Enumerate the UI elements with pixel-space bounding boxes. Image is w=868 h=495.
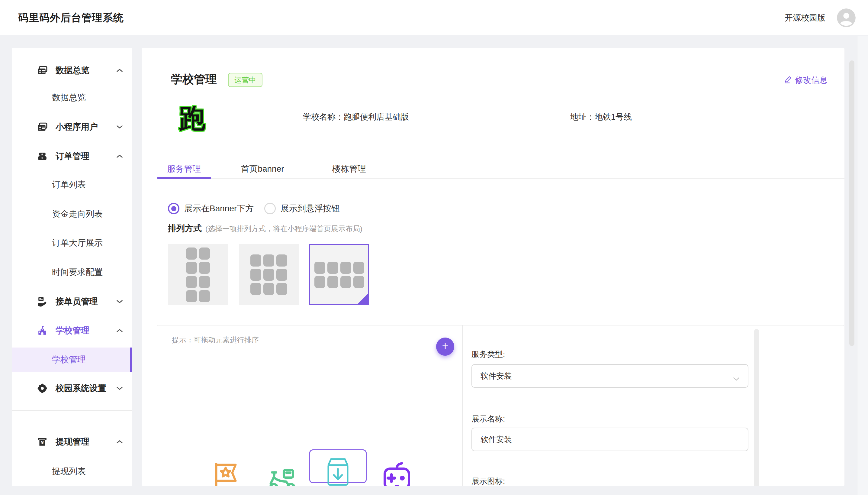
user-avatar[interactable] (837, 8, 856, 27)
school-address-field: 地址：地铁1号线 (570, 111, 632, 123)
scooter-icon[interactable] (267, 464, 298, 486)
drag-hint-text: 提示：可拖动元素进行排序 (172, 335, 259, 345)
sidebar-item-data-overview[interactable]: 数据总览 (12, 58, 132, 83)
svg-text:¥: ¥ (41, 440, 44, 445)
tab-service-management[interactable]: 服务管理 (157, 163, 211, 175)
sidebar: 数据总览 数据总览 小程序用户 订单管理 订单列表 资金走向列表 订单大厅展示 … (12, 48, 132, 486)
user-icon (837, 23, 856, 27)
sidebar-subitem-fund-flow-list[interactable]: 资金走向列表 (12, 202, 132, 226)
chevron-up-icon (116, 68, 123, 72)
page-title: 学校管理 (171, 72, 217, 87)
editor-divider (462, 325, 463, 486)
sidebar-subitem-school-management[interactable]: 学校管理 (12, 347, 132, 372)
radio-show-below-banner[interactable]: 展示在Banner下方 (168, 203, 254, 214)
main-panel: 学校管理 运营中 修改信息 跑 学校名称：跑腿便利店基础版 地址：地铁1号线 服… (142, 48, 845, 486)
service-type-select[interactable]: 软件安装 (472, 364, 748, 388)
sidebar-item-school-management[interactable]: 学校管理 (12, 319, 132, 343)
display-icon-label: 展示图标: (472, 476, 505, 486)
gamepad-icon[interactable] (382, 461, 412, 486)
page-scrollbar-track (857, 36, 868, 495)
id-cards-icon (37, 65, 48, 75)
chevron-down-icon (116, 300, 123, 304)
chevron-down-icon (116, 125, 123, 129)
layout-option-4x2-selected[interactable] (309, 244, 369, 305)
add-service-button[interactable]: + (436, 338, 454, 356)
sidebar-item-withdraw-management[interactable]: ¥ 提现管理 (12, 430, 132, 454)
drawer-icon (37, 151, 48, 161)
app-title: 码里码外后台管理系统 (18, 0, 124, 35)
layout-option-2x4[interactable] (168, 244, 228, 305)
selected-service-box[interactable] (309, 449, 367, 483)
display-name-label: 展示名称: (472, 414, 505, 424)
radio-selected-icon (168, 203, 179, 214)
sidebar-item-miniprogram-users[interactable]: 小程序用户 (12, 115, 132, 139)
app-header: 码里码外后台管理系统 开源校园版 (0, 0, 868, 35)
chevron-up-icon (116, 154, 123, 158)
school-logo: 跑 (178, 104, 207, 133)
edit-info-link[interactable]: 修改信息 (784, 75, 828, 86)
sidebar-subitem-time-requirement-config[interactable]: 时间要求配置 (12, 260, 132, 284)
tab-divider-line (157, 178, 845, 178)
sidebar-item-campus-system-settings[interactable]: 校园系统设置 (12, 376, 132, 400)
layout-grid-preview (314, 262, 364, 288)
sidebar-subitem-order-hall-display[interactable]: 订单大厅展示 (12, 231, 132, 255)
box-download-icon (322, 456, 354, 486)
chevron-up-icon (116, 328, 123, 333)
sidebar-divider (12, 410, 132, 411)
chevron-down-icon (116, 386, 123, 390)
radio-show-floating-button[interactable]: 展示到悬浮按钮 (264, 203, 340, 214)
sidebar-subitem-data-overview[interactable]: 数据总览 (12, 86, 132, 110)
gear-flower-icon (37, 383, 48, 393)
select-chevron-down-icon (733, 374, 740, 383)
pencil-icon (784, 75, 793, 86)
service-editor-container: 提示：可拖动元素进行排序 + 服务类型: 软件安装 展示名称: (157, 325, 844, 486)
screen: 码里码外后台管理系统 开源校园版 数据总览 数据总览 小程序用户 订单管理 订单… (0, 0, 868, 495)
page-scrollbar-thumb[interactable] (849, 61, 854, 346)
school-name-field: 学校名称：跑腿便利店基础版 (303, 111, 409, 123)
sidebar-subitem-order-list[interactable]: 订单列表 (12, 173, 132, 197)
chevron-up-icon (116, 440, 123, 444)
layout-option-3x3[interactable] (239, 244, 299, 305)
arrangement-header: 排列方式 (选择一项排列方式，将在小程序端首页展示布局) (168, 223, 362, 235)
display-name-input[interactable]: 软件安装 (472, 428, 748, 451)
hand-card-icon (37, 296, 48, 307)
service-type-label: 服务类型: (472, 349, 505, 360)
tab-building-management[interactable]: 楼栋管理 (331, 163, 367, 175)
layout-grid-preview (250, 254, 287, 295)
tab-home-banner[interactable]: 首页banner (240, 163, 285, 175)
school-building-icon (37, 325, 48, 336)
layout-grid-preview (186, 248, 210, 302)
form-panel-scrollbar[interactable] (754, 329, 759, 486)
sidebar-item-courier-management[interactable]: 接单员管理 (12, 290, 132, 314)
edition-label: 开源校园版 (785, 0, 826, 35)
tab-active-indicator (157, 177, 211, 179)
status-badge: 运营中 (228, 73, 263, 87)
flag-icon[interactable] (211, 460, 241, 486)
id-cards-icon (37, 122, 48, 132)
radio-unselected-icon (264, 203, 276, 214)
sidebar-item-order-management[interactable]: 订单管理 (12, 144, 132, 168)
atm-yuan-icon: ¥ (37, 437, 48, 447)
sidebar-subitem-withdraw-list[interactable]: 提现列表 (12, 459, 132, 483)
